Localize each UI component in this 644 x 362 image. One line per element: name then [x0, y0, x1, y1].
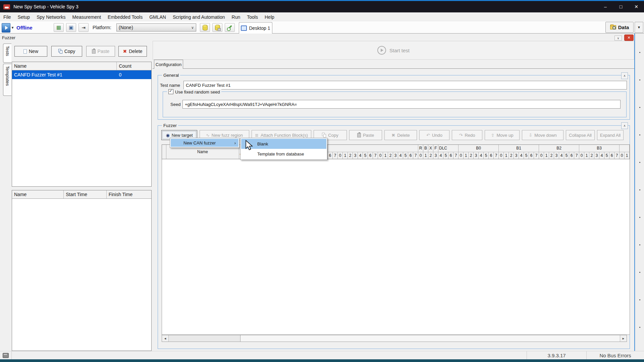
delete-button[interactable]: ✖Delete: [384, 130, 417, 140]
test-name-input[interactable]: [183, 81, 627, 89]
bit-column[interactable]: 7: [534, 152, 539, 159]
panel-menu-button[interactable]: ∨: [614, 36, 622, 41]
bit-column[interactable]: 6: [328, 152, 333, 159]
column-count[interactable]: Count: [117, 62, 151, 70]
menu-run[interactable]: Run: [228, 12, 244, 21]
messages-view-button[interactable]: ▦: [54, 23, 64, 32]
seed-input[interactable]: [182, 100, 621, 109]
column-run-name[interactable]: Name: [12, 190, 64, 198]
setup-button[interactable]: [225, 23, 235, 32]
bit-column[interactable]: 5: [443, 152, 448, 159]
bit-column[interactable]: 5: [604, 152, 609, 159]
bit-column[interactable]: 6: [448, 152, 453, 159]
bit-column[interactable]: 4: [559, 152, 564, 159]
side-tab-templates[interactable]: Templates: [3, 64, 11, 96]
side-tab-tests[interactable]: Tests: [3, 44, 11, 63]
bit-column[interactable]: 2: [509, 152, 514, 159]
bit-column[interactable]: 1: [584, 152, 589, 159]
bit-column[interactable]: 1: [464, 152, 469, 159]
bit-column[interactable]: 5: [564, 152, 569, 159]
bit-column[interactable]: 4: [438, 152, 443, 159]
bit-column[interactable]: 6: [569, 152, 574, 159]
bit-column[interactable]: 2: [549, 152, 554, 159]
fuzzer-grid-body[interactable]: [162, 159, 630, 335]
bit-column[interactable]: 5: [524, 152, 529, 159]
menu-help[interactable]: Help: [261, 12, 278, 21]
column-name[interactable]: Name: [12, 62, 117, 70]
data-dropdown-button[interactable]: ▼: [635, 22, 643, 33]
paste-button[interactable]: Paste: [86, 46, 115, 57]
bit-column[interactable]: 5: [403, 152, 408, 159]
bit-column[interactable]: 2: [428, 152, 433, 159]
scroll-left-arrow[interactable]: ◄: [162, 335, 169, 342]
bit-column[interactable]: 6: [368, 152, 373, 159]
bit-column[interactable]: 1: [343, 152, 348, 159]
move-up-button[interactable]: ⇧Move up: [485, 130, 520, 140]
menu-gmlan[interactable]: GMLAN: [146, 12, 169, 21]
bit-column[interactable]: 3: [393, 152, 398, 159]
submenu-item-blank[interactable]: Blank: [241, 139, 326, 149]
paste-button[interactable]: Paste: [349, 130, 382, 140]
bit-column[interactable]: 3: [514, 152, 519, 159]
scrollbar-thumb[interactable]: [169, 335, 240, 342]
bit-column[interactable]: 6: [408, 152, 413, 159]
bit-column[interactable]: 1: [423, 152, 428, 159]
bit-column[interactable]: 3: [554, 152, 559, 159]
fixed-seed-checkbox[interactable]: [168, 89, 173, 94]
undo-button[interactable]: ↶Undo: [419, 130, 449, 140]
menu-embedded-tools[interactable]: Embedded Tools: [104, 12, 146, 21]
bit-column[interactable]: 2: [388, 152, 393, 159]
bit-column[interactable]: 0: [418, 152, 423, 159]
logon-button[interactable]: ⇥: [78, 23, 89, 32]
bit-column[interactable]: 0: [539, 152, 544, 159]
bit-column[interactable]: 0: [459, 152, 464, 159]
expand-all-button[interactable]: Expand All: [597, 130, 624, 140]
column-start-time[interactable]: Start Time: [64, 190, 106, 198]
submenu-item-template-from-database[interactable]: Template from database: [241, 149, 326, 159]
bit-column[interactable]: 4: [479, 152, 484, 159]
new-button[interactable]: New: [14, 46, 47, 57]
bit-column[interactable]: 0: [579, 152, 584, 159]
move-down-button[interactable]: ⇩Move down: [522, 130, 564, 140]
bit-column[interactable]: 1: [383, 152, 388, 159]
start-test-button[interactable]: Start test: [153, 41, 634, 60]
scroll-right-arrow[interactable]: ►: [620, 335, 627, 342]
bit-column[interactable]: 4: [599, 152, 604, 159]
database-export-button[interactable]: [212, 23, 222, 32]
horizontal-scrollbar[interactable]: ◄ ►: [162, 335, 627, 342]
bit-column[interactable]: 1: [625, 152, 630, 159]
bit-column[interactable]: 1: [504, 152, 509, 159]
bit-column[interactable]: 3: [433, 152, 438, 159]
bit-column[interactable]: 4: [519, 152, 524, 159]
run-dropdown-button[interactable]: ▼: [10, 23, 15, 32]
bit-column[interactable]: 7: [494, 152, 499, 159]
panel-close-button[interactable]: ✕: [624, 35, 634, 41]
collapse-all-button[interactable]: Collapse All: [566, 130, 595, 140]
bit-column[interactable]: 5: [363, 152, 368, 159]
tab-configuration[interactable]: Configuration: [154, 60, 183, 69]
minimize-button[interactable]: –: [598, 1, 613, 12]
menu-scripting-and-automation[interactable]: Scripting and Automation: [169, 12, 228, 21]
tab-desktop-1[interactable]: Desktop 1: [239, 22, 272, 34]
menu-item-new-can-fuzzer[interactable]: New CAN fuzzer ›: [171, 139, 238, 147]
bit-column[interactable]: 1: [544, 152, 549, 159]
save-button[interactable]: ▣: [66, 23, 76, 32]
maximize-button[interactable]: □: [613, 1, 629, 12]
bit-column[interactable]: 7: [333, 152, 338, 159]
database-button[interactable]: [200, 23, 210, 32]
platform-select[interactable]: (None) ∨: [116, 23, 196, 32]
copy-button[interactable]: Copy: [51, 46, 82, 57]
data-button[interactable]: Data: [605, 22, 634, 33]
bit-column[interactable]: 3: [594, 152, 599, 159]
bit-column[interactable]: 6: [489, 152, 494, 159]
bit-column[interactable]: 2: [469, 152, 474, 159]
bit-column[interactable]: 0: [338, 152, 343, 159]
bit-column[interactable]: 2: [348, 152, 353, 159]
menu-spy-networks[interactable]: Spy Networks: [33, 12, 69, 21]
menu-file[interactable]: File: [0, 12, 14, 21]
bit-column[interactable]: 0: [620, 152, 625, 159]
bit-column[interactable]: 2: [589, 152, 594, 159]
bit-column[interactable]: 6: [529, 152, 534, 159]
bit-column[interactable]: 4: [398, 152, 403, 159]
collapse-fuzzer-button[interactable]: ∧: [621, 122, 628, 129]
